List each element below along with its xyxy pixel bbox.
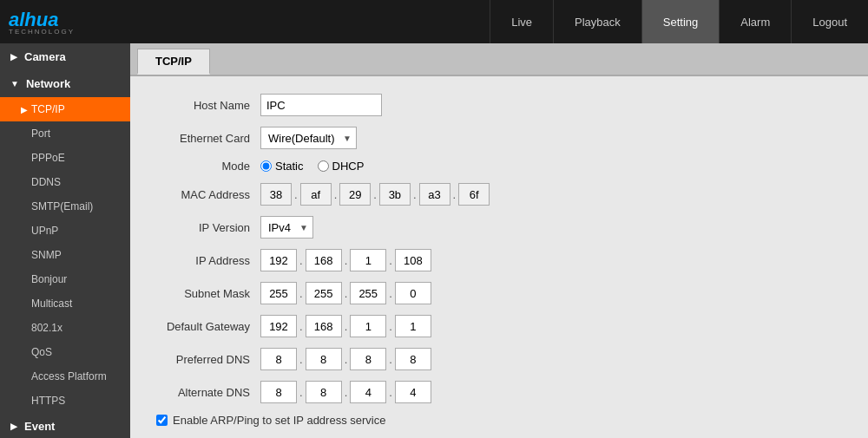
sidebar-section-camera-label: Camera <box>24 50 66 63</box>
mode-dhcp-radio[interactable] <box>318 160 329 172</box>
arrow-icon-tcpip: ▶ <box>21 105 28 114</box>
sidebar-item-upnp[interactable]: ▶ UPnP <box>0 219 130 243</box>
subnet-part-4[interactable] <box>395 282 431 304</box>
sidebar-item-upnp-label: UPnP <box>31 225 58 237</box>
gateway-part-2[interactable] <box>306 315 342 337</box>
mode-dhcp-text: DHCP <box>332 160 365 173</box>
preferred-dns-part-1[interactable] <box>260 348 297 370</box>
subnet-part-3[interactable] <box>350 282 386 304</box>
mode-row: Mode Static DHCP <box>148 160 851 173</box>
gateway-dot-2: . <box>345 320 348 333</box>
mode-label: Mode <box>148 160 260 173</box>
preferred-dns-dot-1: . <box>299 353 303 366</box>
gateway-part-3[interactable] <box>350 315 386 337</box>
ip-address-label: IP Address <box>148 254 260 267</box>
mac-address-row: MAC Address . . . . . <box>148 183 851 206</box>
ip-part-2[interactable] <box>306 249 342 271</box>
ethernet-card-row: Ethernet Card Wire(Default) <box>148 127 851 149</box>
sidebar-item-bonjour[interactable]: ▶ Bonjour <box>0 267 130 291</box>
sidebar-item-access-platform[interactable]: ▶ Access Platform <box>0 364 130 389</box>
sidebar-item-8021x[interactable]: ▶ 802.1x <box>0 316 130 340</box>
subnet-part-2[interactable] <box>306 282 342 304</box>
preferred-dns-dot-2: . <box>345 353 348 366</box>
mac-part-6[interactable] <box>458 183 490 206</box>
alternate-dns-part-1[interactable] <box>260 381 297 403</box>
alternate-dns-label: Alternate DNS <box>148 386 260 399</box>
ip-dot-1: . <box>299 254 303 267</box>
sidebar-item-port[interactable]: ▶ Port <box>0 121 130 146</box>
mode-dhcp-label[interactable]: DHCP <box>318 160 365 173</box>
arrow-icon-network: ▼ <box>10 79 19 88</box>
alternate-dns-part-4[interactable] <box>395 381 431 403</box>
sidebar-item-tcpip[interactable]: ▶ TCP/IP <box>0 97 130 121</box>
ethernet-card-select[interactable]: Wire(Default) <box>260 127 357 149</box>
alternate-dns-field: . . . <box>260 381 431 403</box>
sidebar-item-https[interactable]: ▶ HTTPS <box>0 389 130 413</box>
sidebar-item-smtp[interactable]: ▶ SMTP(Email) <box>0 194 130 219</box>
mac-dot-5: . <box>453 188 457 201</box>
sidebar-item-multicast[interactable]: ▶ Multicast <box>0 291 130 316</box>
preferred-dns-label: Preferred DNS <box>148 353 260 366</box>
preferred-dns-field: . . . <box>260 348 431 370</box>
alternate-dns-row: Alternate DNS . . . <box>148 381 851 403</box>
sidebar-item-ddns-label: DDNS <box>31 176 61 188</box>
sidebar-item-access-label: Access Platform <box>31 370 107 382</box>
preferred-dns-part-4[interactable] <box>395 348 431 370</box>
mac-part-3[interactable] <box>339 183 371 206</box>
arrow-icon-event: ▶ <box>10 422 17 431</box>
ip-part-4[interactable] <box>395 249 431 271</box>
tab-tcpip[interactable]: TCP/IP <box>137 49 210 75</box>
gateway-part-1[interactable] <box>260 315 297 337</box>
preferred-dns-part-3[interactable] <box>350 348 386 370</box>
tab-alarm[interactable]: Alarm <box>719 0 791 43</box>
sidebar-item-port-label: Port <box>31 127 50 140</box>
logo: alhua TECHNOLOGY <box>0 9 130 36</box>
gateway-dot-1: . <box>299 320 303 333</box>
arp-ping-label[interactable]: Enable ARP/Ping to set IP address servic… <box>173 414 385 427</box>
sidebar-item-ddns[interactable]: ▶ DDNS <box>0 170 130 194</box>
alternate-dns-dot-3: . <box>389 386 392 399</box>
arp-ping-row: Enable ARP/Ping to set IP address servic… <box>156 414 851 427</box>
ip-version-select-wrapper: IPv4 IPv6 <box>260 216 313 239</box>
mac-part-4[interactable] <box>379 183 411 206</box>
ip-part-1[interactable] <box>260 249 297 271</box>
subnet-dot-1: . <box>299 287 303 300</box>
ip-version-row: IP Version IPv4 IPv6 <box>148 216 851 239</box>
sidebar-section-network-label: Network <box>26 77 70 90</box>
logo-subtitle: TECHNOLOGY <box>9 28 75 36</box>
mode-static-label[interactable]: Static <box>260 160 304 173</box>
mode-static-radio[interactable] <box>260 160 272 172</box>
sidebar-section-camera[interactable]: ▶ Camera <box>0 43 130 70</box>
arp-ping-checkbox[interactable] <box>156 415 168 426</box>
tab-playback[interactable]: Playback <box>553 0 641 43</box>
default-gateway-row: Default Gateway . . . <box>148 315 851 337</box>
tab-live[interactable]: Live <box>490 0 553 43</box>
logo-text: alhua <box>9 9 58 30</box>
ip-version-select[interactable]: IPv4 IPv6 <box>260 216 313 239</box>
preferred-dns-part-2[interactable] <box>306 348 342 370</box>
sidebar-item-pppoe[interactable]: ▶ PPPoE <box>0 146 130 170</box>
sidebar-section-network[interactable]: ▼ Network <box>0 70 130 97</box>
mac-address-label: MAC Address <box>148 188 260 201</box>
alternate-dns-part-3[interactable] <box>350 381 386 403</box>
tab-setting[interactable]: Setting <box>641 0 719 43</box>
alternate-dns-dot-1: . <box>299 386 303 399</box>
tab-logout[interactable]: Logout <box>791 0 868 43</box>
layout: ▶ Camera ▼ Network ▶ TCP/IP ▶ Port ▶ PPP… <box>0 43 868 438</box>
gateway-part-4[interactable] <box>395 315 431 337</box>
mac-dot-1: . <box>294 188 298 201</box>
alternate-dns-part-2[interactable] <box>306 381 342 403</box>
sidebar-item-qos[interactable]: ▶ QoS <box>0 340 130 364</box>
host-name-input[interactable] <box>260 94 382 116</box>
mac-address-field: . . . . . <box>260 183 490 206</box>
subnet-part-1[interactable] <box>260 282 297 304</box>
subnet-mask-label: Subnet Mask <box>148 287 260 300</box>
ip-part-3[interactable] <box>350 249 386 271</box>
nav-tabs: Live Playback Setting Alarm Logout <box>490 0 868 43</box>
mac-part-5[interactable] <box>419 183 450 206</box>
sidebar-section-event[interactable]: ▶ Event <box>0 413 130 438</box>
mac-part-2[interactable] <box>300 183 332 206</box>
ip-version-field: IPv4 IPv6 <box>260 216 313 239</box>
sidebar-item-snmp[interactable]: ▶ SNMP <box>0 243 130 267</box>
mac-part-1[interactable] <box>260 183 292 206</box>
